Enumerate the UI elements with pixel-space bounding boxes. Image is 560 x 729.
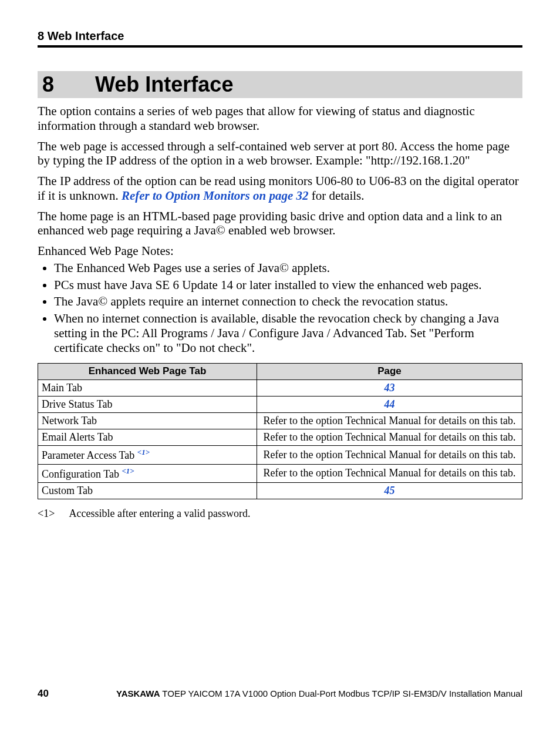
paragraph: The web page is accessed through a self-…	[38, 139, 522, 169]
table-cell-page: Refer to the option Technical Manual for…	[257, 446, 522, 464]
tab-label: Email Alerts Tab	[42, 431, 113, 443]
table-cell-page: 45	[257, 482, 522, 499]
chapter-title: Web Interface	[95, 72, 233, 97]
paragraph: Enhanced Web Page Notes:	[38, 244, 522, 258]
footnote-marker: <1>	[122, 466, 134, 475]
page-text: Refer to the option Technical Manual for…	[264, 415, 516, 426]
footer-brand: YASKAWA	[116, 688, 160, 698]
list-item: The Java© applets require an internet co…	[54, 294, 522, 309]
page-footer: 40 YASKAWA TOEP YAICOM 17A V1000 Option …	[38, 688, 522, 700]
table-cell-tab: Configuration Tab <1>	[38, 464, 257, 482]
table-cell-page: 44	[257, 396, 522, 412]
table-row: Network Tab Refer to the option Technica…	[38, 413, 522, 429]
tab-label: Main Tab	[42, 382, 82, 394]
notes-list: The Enhanced Web Pages use a series of J…	[38, 261, 522, 355]
list-item: PCs must have Java SE 6 Update 14 or lat…	[54, 278, 522, 293]
footnote-marker: <1>	[137, 448, 150, 456]
tab-label: Network Tab	[42, 415, 97, 426]
footnote-text: Accessible after entering a valid passwo…	[69, 508, 251, 519]
page-text: Refer to the option Technical Manual for…	[264, 449, 516, 461]
page-link[interactable]: 44	[384, 398, 395, 410]
table-cell-page: Refer to the option Technical Manual for…	[257, 464, 522, 482]
table-row: Main Tab 43	[38, 379, 522, 396]
body-text: The option contains a series of web page…	[38, 104, 522, 520]
tab-label: Parameter Access Tab	[42, 449, 137, 461]
table-cell-page: 43	[257, 379, 522, 396]
text-run: for details.	[308, 189, 364, 203]
table-row: Parameter Access Tab <1> Refer to the op…	[38, 446, 522, 464]
table-header-tab: Enhanced Web Page Tab	[38, 364, 257, 379]
list-item: The Enhanced Web Pages use a series of J…	[54, 261, 522, 276]
table-row: Configuration Tab <1> Refer to the optio…	[38, 464, 522, 482]
cross-reference-link[interactable]: Refer to Option Monitors on page 32	[122, 189, 309, 203]
table-cell-page: Refer to the option Technical Manual for…	[257, 429, 522, 446]
table-cell-tab: Main Tab	[38, 379, 257, 396]
chapter-number: 8	[42, 72, 95, 97]
table-cell-tab: Email Alerts Tab	[38, 429, 257, 446]
page-link[interactable]: 45	[384, 485, 395, 496]
tab-label: Configuration Tab	[42, 468, 122, 480]
paragraph: The IP address of the option can be read…	[38, 174, 522, 203]
enhanced-web-page-table: Enhanced Web Page Tab Page Main Tab 43 D…	[38, 363, 522, 499]
table-header-row: Enhanced Web Page Tab Page	[38, 364, 522, 379]
page-text: Refer to the option Technical Manual for…	[264, 467, 516, 479]
footnote-key: <1>	[38, 508, 67, 520]
table-cell-tab: Drive Status Tab	[38, 396, 257, 412]
chapter-heading: 8 Web Interface	[38, 71, 522, 98]
page-number: 40	[38, 688, 49, 700]
table-cell-page: Refer to the option Technical Manual for…	[257, 413, 522, 429]
table-row: Custom Tab 45	[38, 482, 522, 499]
table-cell-tab: Custom Tab	[38, 482, 257, 499]
tab-label: Custom Tab	[42, 485, 93, 496]
table-cell-tab: Network Tab	[38, 413, 257, 429]
table-footnote: <1> Accessible after entering a valid pa…	[38, 508, 522, 520]
table-row: Drive Status Tab 44	[38, 396, 522, 412]
tab-label: Drive Status Tab	[42, 398, 112, 410]
page-link[interactable]: 43	[384, 382, 395, 394]
paragraph: The option contains a series of web page…	[38, 104, 522, 133]
footer-text: YASKAWA TOEP YAICOM 17A V1000 Option Dua…	[116, 688, 522, 698]
page-text: Refer to the option Technical Manual for…	[264, 431, 516, 443]
footer-rest: TOEP YAICOM 17A V1000 Option Dual-Port M…	[160, 688, 522, 698]
document-page: 8 Web Interface 8 Web Interface The opti…	[0, 0, 560, 729]
paragraph: The home page is an HTML-based page prov…	[38, 209, 522, 238]
running-header: 8 Web Interface	[38, 29, 522, 48]
table-header-page: Page	[257, 364, 522, 379]
table-cell-tab: Parameter Access Tab <1>	[38, 446, 257, 464]
list-item: When no internet connection is available…	[54, 311, 522, 355]
table-row: Email Alerts Tab Refer to the option Tec…	[38, 429, 522, 446]
